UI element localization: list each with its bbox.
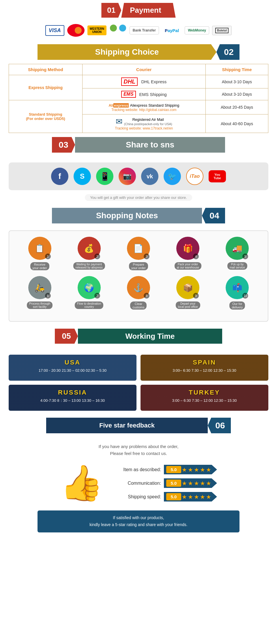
dhl-time: About 3-10 Days	[205, 75, 268, 88]
ems-name: EMS Shipping	[139, 92, 167, 97]
step-8: ⚓8 Clearcustoms	[123, 276, 154, 310]
shipping-table: Shipping Method Courier Shipping Time Ex…	[9, 64, 268, 133]
dhl-courier: DHL DHL Express	[82, 75, 205, 88]
dhl-name: DHL Express	[141, 79, 166, 84]
feedback-footer: If satisfied with our products, kindly l…	[38, 510, 239, 532]
step-7: 🌍7 Flow to destinationcountry	[73, 276, 105, 310]
step-5-label: Pck up bymail service	[227, 262, 247, 270]
payment-header: 01 Payment	[0, 3, 277, 18]
payment-icons-row: VISA WESTERNUNION Bank Transfer PayPal W…	[0, 21, 277, 40]
whatsapp-icon[interactable]: 📱	[96, 168, 113, 185]
rating-rows: Item as described: 5.0 ★ ★ ★ ★ ★	[112, 465, 217, 501]
ali-tracking: Tracking website: http://global.cainiao.…	[86, 108, 202, 112]
table-row: Standard Shipping (For order over USD5) …	[9, 100, 268, 114]
vk-icon[interactable]: vk	[141, 168, 158, 185]
step-3: 📄3 Prepareyour order	[123, 237, 154, 270]
step-4: 🎁4 Pack your orderat our warehouse	[172, 237, 204, 270]
ems-courier: EMS EMS Shipping	[82, 88, 205, 100]
western-union-icon: WESTERNUNION	[87, 25, 106, 35]
spain-times: 3:00– 6:30 7:30 – 12:00 12:30 – 15:30	[145, 367, 264, 374]
working-section: 05 Working Time USA 17:00 - 20:30 21:30 …	[0, 329, 277, 414]
step-8-label: Clearcustoms	[130, 301, 147, 310]
working-title: Working Time	[78, 329, 222, 344]
step-7-label: Flow to destinationcountry	[75, 301, 103, 309]
ems-time: About 3-10 Days	[205, 88, 268, 100]
boletol-icon: Boletol	[212, 26, 232, 35]
step-6-label: Process throughsort facility	[27, 301, 53, 309]
visa-icon: VISA	[45, 25, 64, 36]
paypal-icon: PayPal	[162, 26, 182, 35]
airmail-time: About 40-60 Days	[205, 114, 268, 133]
step-9-label: Depart yourlocal post office	[176, 301, 200, 309]
step-4-label: Pack your orderat our warehouse	[175, 262, 201, 270]
airmail-tracking: Tracking website: www.17track.net/en	[86, 126, 202, 130]
turkey-title: TURKEY	[145, 389, 264, 396]
steps-row-2: 🛵6 Process throughsort facility 🌍7 Flow …	[15, 276, 262, 310]
payment-section: 01 Payment VISA WESTERNUNION Bank Transf…	[0, 3, 277, 40]
shipping-title: Shipping Choice	[38, 44, 216, 60]
score-badge-3: 5.0	[166, 493, 181, 500]
score-badge-1: 5.0	[166, 466, 181, 473]
turkey-card: TURKEY 3:00 – 6:30 7:30 – 12:00 12:30 – …	[141, 385, 268, 411]
step-3-label: Prepareyour order	[129, 262, 148, 270]
notes-section: Shopping Notes 04 📋1 Receiveyour order 💰…	[0, 208, 277, 325]
table-row: Express Shipping DHL DHL Express About 3…	[9, 75, 268, 88]
feedback-subtitle: If you have any problems about the order…	[9, 443, 268, 457]
working-num: 05	[55, 329, 78, 344]
bank-transfer-icon: Bank Transfer	[130, 26, 159, 34]
mastercard-icon	[67, 24, 85, 37]
notes-num: 04	[202, 208, 225, 223]
working-header: 05 Working Time	[55, 329, 222, 344]
steps-row-1: 📋1 Receiveyour order 💰2 Waiting for paym…	[15, 237, 262, 270]
step-5: 🚚5 Pck up bymail service	[221, 237, 253, 270]
col-method: Shipping Method	[9, 64, 83, 75]
twitter-icon[interactable]: 🐦	[164, 168, 181, 185]
ali-name: Aliexpress Standard Shipping	[130, 103, 179, 108]
working-content: USA 17:00 - 20:30 21:30 – 02:00 02:30 – …	[0, 348, 277, 414]
itao-icon[interactable]: iTao	[186, 168, 203, 185]
col-time: Shipping Time	[205, 64, 268, 75]
payment-title: Payment	[121, 3, 175, 18]
sns-icons-row: f S 📱 📷 vk 🐦 iTao YouTube You will get a…	[0, 157, 277, 204]
feedback-title: Five star feedback	[46, 418, 208, 433]
maestro-icon	[109, 24, 127, 37]
step-6: 🛵6 Process throughsort facility	[24, 276, 56, 310]
notes-header: Shopping Notes 04	[52, 208, 225, 223]
skype-icon[interactable]: S	[74, 168, 91, 185]
sns-header: 03 Share to sns	[52, 137, 225, 153]
ali-logo: Aliexpress	[108, 103, 129, 108]
facebook-icon[interactable]: f	[51, 168, 68, 185]
rating-label-3: Shipping speed:	[112, 494, 161, 499]
webmoney-icon: WebMoney	[185, 26, 209, 34]
turkey-times: 3:00 – 6:30 7:30 – 12:00 12:30 – 15:30	[145, 397, 264, 404]
airmail-logo: ✉	[116, 117, 122, 126]
notes-title: Shopping Notes	[52, 208, 202, 223]
feedback-main: 👍 Item as described: 5.0 ★ ★ ★ ★ ★	[9, 463, 268, 504]
russia-times: 4:00-7:30 8：30 – 13:00 13:30 – 16:30	[13, 397, 132, 404]
step-10-label: Our fordelivery	[229, 301, 245, 310]
score-badge-2: 5.0	[166, 480, 181, 487]
shipping-section: Shipping Choice 02 Shipping Method Couri…	[0, 44, 277, 133]
step-2-label: Waiting for paymentreleased by alixpress	[73, 262, 105, 270]
stars-1: ★ ★ ★ ★ ★	[182, 466, 211, 473]
rating-row-2: Communication: 5.0 ★ ★ ★ ★ ★	[112, 478, 217, 488]
sns-section: 03 Share to sns f S 📱 📷 vk 🐦 iTao YouTub…	[0, 137, 277, 204]
express-method: Express Shipping	[9, 75, 83, 100]
rating-score-1: 5.0 ★ ★ ★ ★ ★	[164, 465, 217, 474]
instagram-icon[interactable]: 📷	[119, 168, 136, 185]
sns-title: Share to sns	[75, 137, 225, 153]
step-10: 📫10 Our fordelivery	[221, 276, 253, 310]
ems-logo: EMS	[121, 91, 136, 98]
notes-content: 📋1 Receiveyour order 💰2 Waiting for paym…	[0, 227, 277, 325]
shipping-header: Shipping Choice 02	[38, 44, 239, 60]
step-9: 📦9 Depart yourlocal post office	[172, 276, 204, 310]
youtube-icon[interactable]: YouTube	[209, 170, 226, 182]
payment-num: 01	[101, 3, 121, 18]
russia-title: RUSSIA	[13, 389, 132, 396]
step-1: 📋1 Receiveyour order	[24, 237, 56, 270]
feedback-header: Five star feedback 06	[46, 418, 231, 433]
rating-label-2: Communication:	[112, 481, 161, 486]
usa-card: USA 17:00 - 20:30 21:30 – 02:00 02:30 – …	[9, 355, 136, 381]
sns-num: 03	[52, 137, 75, 153]
russia-card: RUSSIA 4:00-7:30 8：30 – 13:00 13:30 – 16…	[9, 385, 136, 411]
